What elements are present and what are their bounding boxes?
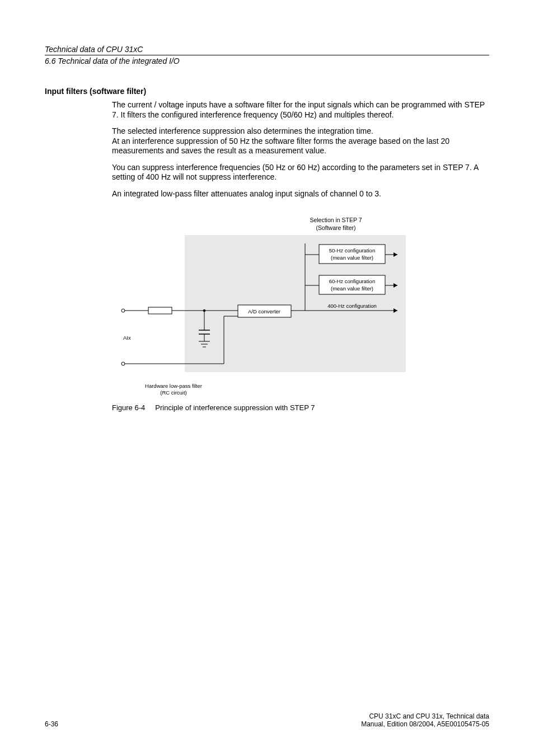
box-50hz-l2: (mean value filter) <box>331 255 373 261</box>
doc-info: Manual, Edition 08/2004, A5E00105475-05 <box>361 720 489 728</box>
selection-title-line2: (Software filter) <box>316 224 355 231</box>
box-60hz-l2: (mean value filter) <box>331 285 373 292</box>
terminal-top <box>121 309 125 312</box>
doc-title: CPU 31xC and CPU 31x, Technical data <box>361 712 489 720</box>
box-400hz-l1: 400-Hz configuration <box>327 303 377 309</box>
selection-title-line1: Selection in STEP 7 <box>310 217 362 223</box>
paragraph-3: You can suppress interference frequencie… <box>112 163 489 182</box>
figure-caption-text: Principle of interference suppression wi… <box>155 403 315 412</box>
paragraph-2: The selected interference suppression al… <box>112 126 489 156</box>
adc-label: A/D converter <box>248 308 280 314</box>
header-chapter: Technical data of CPU 31xC <box>45 45 489 54</box>
figure-diagram: Selection in STEP 7 (Software filter) 50… <box>112 210 431 400</box>
figure-caption: Figure 6-4 Principle of interference sup… <box>112 403 489 412</box>
paragraph-1: The current / voltage inputs have a soft… <box>112 100 489 120</box>
box-60hz-l1: 60-Hz configuration <box>329 278 375 284</box>
ai-label: AIx <box>123 335 131 341</box>
header-section: 6.6 Technical data of the integrated I/O <box>45 55 489 65</box>
box-50hz-l1: 50-Hz configuration <box>329 247 375 253</box>
figure-number: Figure 6-4 <box>112 403 145 412</box>
section-heading: Input filters (software filter) <box>45 87 489 96</box>
hw-filter-l1: Hardware low-pass filter <box>145 383 202 389</box>
terminal-bottom <box>121 362 125 365</box>
hw-filter-l2: (RC circuit) <box>160 389 187 396</box>
resistor <box>148 307 172 314</box>
page-number: 6-36 <box>45 720 58 728</box>
paragraph-4: An integrated low-pass filter attenuates… <box>112 189 489 199</box>
